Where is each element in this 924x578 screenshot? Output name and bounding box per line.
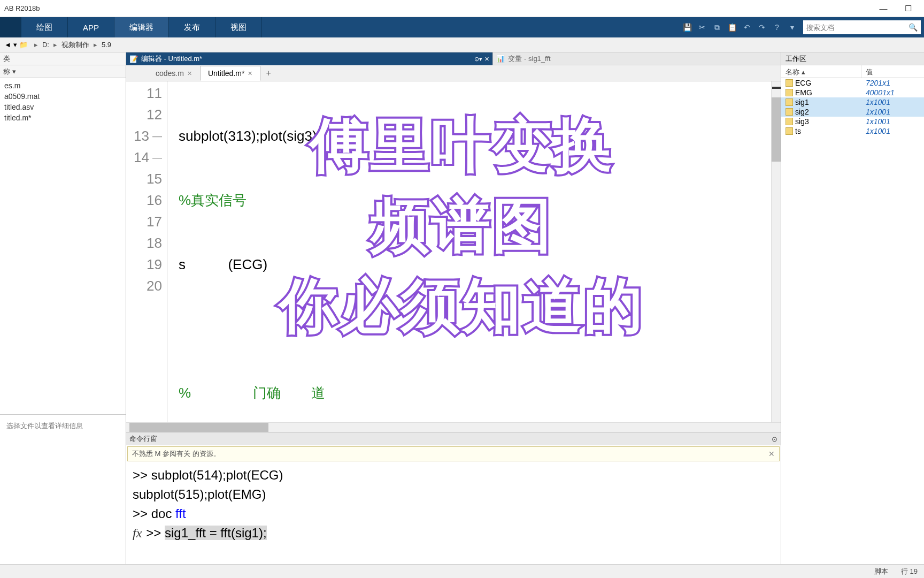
ribbon-tab-home-blank[interactable] bbox=[0, 17, 21, 37]
code-body[interactable]: subplot(313);plot(sig3) %真实信号 s (ECG) % … bbox=[168, 81, 771, 422]
variable-icon bbox=[786, 118, 793, 125]
redo-icon[interactable]: ↷ bbox=[755, 20, 769, 34]
ribbon: 绘图 APP 编辑器 发布 视图 💾 ✂ ⧉ 📋 ↶ ↷ ? ▾ 🔍 bbox=[0, 17, 924, 37]
center-area: 📝 编辑器 - Untitled.m* ⊙▾ ✕ 📊 变量 - sig1_fft… bbox=[126, 52, 781, 564]
variable-panel-header: 📊 变量 - sig1_fft bbox=[492, 52, 781, 65]
window-title: AB R2018b bbox=[4, 4, 40, 12]
workspace-row[interactable]: sig21x1001 bbox=[781, 107, 924, 117]
command-body[interactable]: >> subplot(514);plot(ECG) subplot(515);p… bbox=[126, 462, 781, 564]
search-box[interactable]: 🔍 bbox=[803, 20, 921, 34]
undo-icon[interactable]: ↶ bbox=[740, 20, 754, 34]
ribbon-tab-editor[interactable]: 编辑器 bbox=[114, 17, 169, 37]
tip-close-icon[interactable]: ✕ bbox=[768, 450, 775, 458]
var-value: 7201x1 bbox=[861, 79, 924, 87]
ribbon-tab-view[interactable]: 视图 bbox=[215, 17, 262, 37]
tab-close-icon[interactable]: ✕ bbox=[187, 70, 192, 77]
command-line[interactable]: fx>> sig1_fft = fft(sig1); bbox=[133, 523, 774, 543]
horizontal-scrollbar[interactable] bbox=[126, 422, 781, 432]
fold-icon[interactable]: — bbox=[152, 147, 162, 168]
path-seg-1[interactable]: 视频制作 bbox=[61, 40, 89, 50]
var-value: 1x1001 bbox=[861, 117, 924, 126]
line-number: 18 bbox=[147, 232, 162, 254]
panel-close-icon[interactable]: ✕ bbox=[484, 56, 489, 63]
column-value[interactable]: 值 bbox=[861, 65, 924, 78]
command-line[interactable]: subplot(515);plot(EMG) bbox=[133, 485, 774, 504]
file-name: titled.m* bbox=[4, 113, 32, 122]
file-name: a0509.mat bbox=[4, 92, 40, 101]
workspace-row[interactable]: ts1x1001 bbox=[781, 126, 924, 136]
tab-label: Untitled.m* bbox=[208, 69, 244, 78]
vertical-scrollbar[interactable] bbox=[771, 81, 781, 422]
ribbon-tab-plot[interactable]: 绘图 bbox=[21, 17, 68, 37]
code-editor[interactable]: 11 12 13— 14— 15 16 17 18 19 20 subplot(… bbox=[126, 81, 781, 422]
code-line[interactable]: %真实信号 bbox=[179, 189, 771, 211]
tab-close-icon[interactable]: ✕ bbox=[248, 70, 252, 77]
var-name: ECG bbox=[795, 79, 811, 87]
nav-back-icon[interactable]: ◄ bbox=[4, 41, 11, 49]
status-mode: 脚本 bbox=[874, 567, 888, 576]
var-value: 1x1001 bbox=[861, 108, 924, 116]
save-icon[interactable]: 💾 bbox=[680, 20, 694, 34]
folder-name-header[interactable]: 称 ▾ bbox=[0, 65, 126, 78]
panel-headers-row: 📝 编辑器 - Untitled.m* ⊙▾ ✕ 📊 变量 - sig1_fft bbox=[126, 52, 781, 65]
details-placeholder: 选择文件以查看详细信息 bbox=[6, 421, 119, 431]
file-item[interactable]: titled.m* bbox=[4, 112, 121, 123]
command-line[interactable]: >> subplot(514);plot(ECG) bbox=[133, 466, 774, 485]
maximize-button[interactable]: ☐ bbox=[900, 3, 915, 14]
code-line[interactable]: s (ECG) bbox=[179, 254, 771, 275]
code-line[interactable] bbox=[179, 318, 771, 339]
paste-icon[interactable]: 📋 bbox=[725, 20, 739, 34]
code-line[interactable]: subplot(313);plot(sig3) bbox=[179, 125, 771, 147]
scrollbar-thumb[interactable] bbox=[129, 423, 268, 432]
fx-icon[interactable]: fx bbox=[133, 526, 146, 540]
file-item[interactable]: titled.asv bbox=[4, 102, 121, 112]
path-arrow-icon: ▸ bbox=[53, 41, 57, 49]
editor-tab-untitled[interactable]: Untitled.m* ✕ bbox=[200, 66, 260, 81]
status-right: 脚本 行 19 bbox=[874, 567, 918, 576]
line-number: 13 bbox=[134, 125, 149, 147]
search-input[interactable] bbox=[806, 24, 908, 32]
editor-tab-codes[interactable]: codes.m ✕ bbox=[148, 66, 200, 81]
ribbon-tools: 💾 ✂ ⧉ 📋 ↶ ↷ ? ▾ 🔍 bbox=[680, 17, 924, 37]
ribbon-tab-app[interactable]: APP bbox=[68, 17, 114, 37]
variable-panel-title: 变量 - sig1_fft bbox=[508, 54, 550, 64]
path-arrow-icon: ▸ bbox=[34, 41, 38, 49]
code-line[interactable]: % 门确 道 bbox=[179, 382, 771, 404]
tab-label: codes.m bbox=[156, 69, 184, 78]
path-drive[interactable]: D: bbox=[42, 41, 49, 49]
workspace-row[interactable]: sig31x1001 bbox=[781, 117, 924, 126]
scrollbar-thumb[interactable] bbox=[772, 97, 781, 162]
copy-icon[interactable]: ⧉ bbox=[710, 20, 724, 34]
folder-icon[interactable]: 📁 bbox=[19, 41, 28, 49]
command-line[interactable]: >> doc fft bbox=[133, 504, 774, 523]
command-window-header: 命令行窗 ⊙ bbox=[126, 432, 781, 445]
fold-icon[interactable]: — bbox=[152, 125, 162, 147]
code-marker bbox=[772, 87, 781, 89]
workspace-vars: ECG7201x1 EMG40001x1 sig11x1001 sig21x10… bbox=[781, 78, 924, 136]
help-icon[interactable]: ? bbox=[770, 20, 784, 34]
dropdown-icon[interactable]: ▾ bbox=[785, 20, 799, 34]
ribbon-tab-publish[interactable]: 发布 bbox=[169, 17, 215, 37]
nav-dropdown-icon[interactable]: ▾ bbox=[13, 41, 17, 49]
panel-dropdown-icon[interactable]: ⊙ bbox=[772, 435, 777, 443]
minimize-button[interactable]: — bbox=[876, 3, 891, 14]
line-number: 11 bbox=[147, 82, 162, 104]
path-seg-2[interactable]: 5.9 bbox=[102, 41, 111, 49]
workspace-columns: 名称 ▴ 值 bbox=[781, 65, 924, 78]
column-name[interactable]: 名称 ▴ bbox=[781, 65, 861, 78]
search-icon[interactable]: 🔍 bbox=[908, 23, 918, 32]
var-value: 1x1001 bbox=[861, 127, 924, 135]
file-item[interactable]: es.m bbox=[4, 80, 121, 91]
panel-dropdown-icon[interactable]: ⊙▾ bbox=[474, 56, 482, 63]
statusbar: 脚本 行 19 bbox=[0, 564, 924, 578]
workspace-row[interactable]: sig11x1001 bbox=[781, 97, 924, 107]
workspace-row[interactable]: ECG7201x1 bbox=[781, 78, 924, 88]
file-item[interactable]: a0509.mat bbox=[4, 91, 121, 102]
command-window: 命令行窗 ⊙ 不熟悉 M 参阅有关 的资源。 ✕ >> subplot(514)… bbox=[126, 432, 781, 564]
workspace-row[interactable]: EMG40001x1 bbox=[781, 88, 924, 97]
cut-icon[interactable]: ✂ bbox=[695, 20, 709, 34]
folder-panel-header: 类 bbox=[0, 52, 126, 65]
var-name: ts bbox=[795, 127, 801, 135]
titlebar: AB R2018b — ☐ bbox=[0, 0, 924, 17]
tab-add-button[interactable]: + bbox=[260, 66, 276, 81]
